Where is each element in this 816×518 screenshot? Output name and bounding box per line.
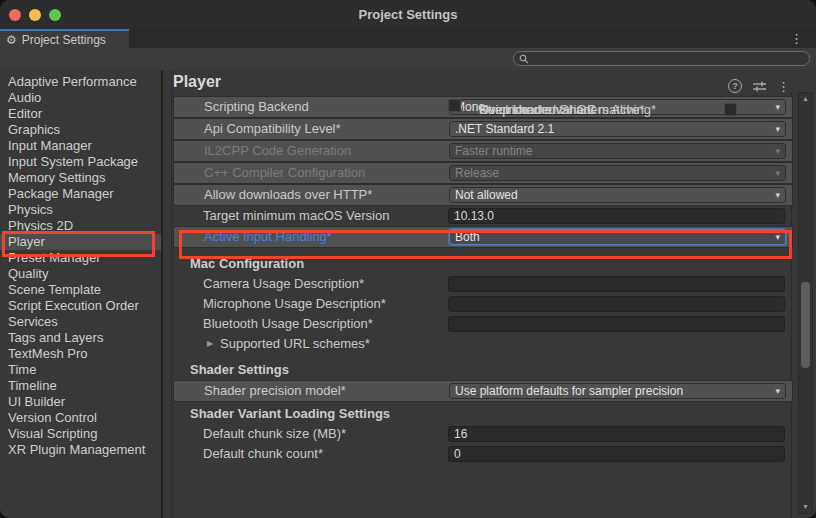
dropdown-value: Not allowed	[455, 188, 518, 202]
sidebar-item-preset-manager[interactable]: Preset Manager	[0, 250, 161, 266]
setting-label: C++ Compiler Configuration	[204, 163, 365, 183]
field-value: 10.13.0	[454, 209, 494, 223]
sidebar-item-package-manager[interactable]: Package Manager	[0, 186, 161, 202]
setting-label: IL2CPP Code Generation	[204, 141, 351, 161]
dropdown-c-compiler-configuration: Release▾	[449, 165, 786, 181]
search-input[interactable]	[532, 53, 782, 65]
setting-label: Override	[479, 100, 529, 120]
zoom-button[interactable]	[49, 9, 61, 21]
dropdown-allow-downloads-over-http[interactable]: Not allowed▾	[449, 187, 786, 203]
sidebar-item-physics[interactable]: Physics	[0, 202, 161, 218]
sidebar-item-ui-builder[interactable]: UI Builder	[0, 394, 161, 410]
panel-header-icons: ? ⋮	[728, 79, 790, 93]
sidebar-item-input-manager[interactable]: Input Manager	[0, 138, 161, 154]
player-settings-panel: Player ? ⋮ Scripting BackendMono▾Api Com…	[163, 70, 816, 518]
sidebar-item-visual-scripting[interactable]: Visual Scripting	[0, 426, 161, 442]
chevron-down-icon: ▾	[775, 100, 780, 114]
checkbox-override[interactable]	[724, 103, 737, 116]
setting-label: Active Input Handling*	[204, 227, 332, 247]
chevron-down-icon: ▾	[775, 166, 780, 180]
tab-kebab-menu-icon[interactable]: ⋮	[790, 30, 803, 47]
sidebar-item-script-execution-order[interactable]: Script Execution Order	[0, 298, 161, 314]
setting-label: Default chunk size (MB)*	[203, 424, 346, 444]
sidebar-item-audio[interactable]: Audio	[0, 90, 161, 106]
text-field-target-minimum-macos-version[interactable]: 10.13.0	[448, 208, 785, 224]
text-field-bluetooth-usage-description[interactable]	[448, 316, 785, 332]
text-field-default-chunk-size-mb[interactable]: 16	[448, 426, 785, 442]
setting-label: Target minimum macOS Version	[203, 206, 389, 226]
sidebar-item-xr-plugin-management[interactable]: XR Plugin Management	[0, 442, 161, 458]
minimize-button[interactable]	[29, 9, 41, 21]
gear-icon: ⚙	[6, 34, 17, 46]
sidebar-item-scene-template[interactable]: Scene Template	[0, 282, 161, 298]
foldout-triangle-icon[interactable]: ▶	[207, 334, 213, 354]
settings-row: Default chunk size (MB)*16	[173, 424, 793, 444]
search-box[interactable]	[513, 51, 810, 66]
dropdown-value: Faster runtime	[455, 144, 532, 158]
sidebar-item-time[interactable]: Time	[0, 362, 161, 378]
scroll-up-icon[interactable]: ▲	[799, 94, 812, 104]
chevron-down-icon: ▾	[775, 384, 780, 398]
scroll-down-icon[interactable]: ▼	[799, 502, 812, 512]
settings-sidebar: Adaptive PerformanceAudioEditorGraphicsI…	[0, 70, 163, 518]
setting-label: Camera Usage Description*	[203, 274, 364, 294]
sidebar-item-input-system-package[interactable]: Input System Package	[0, 154, 161, 170]
dropdown-active-input-handling[interactable]: Both▾	[449, 229, 786, 245]
section-header: Shader Settings	[173, 360, 793, 380]
dropdown-value: Use platform defaults for sampler precis…	[455, 384, 683, 398]
settings-row: Microphone Usage Description*	[173, 294, 793, 314]
section-header: Mac Configuration	[173, 254, 793, 274]
setting-label: Allow downloads over HTTP*	[204, 185, 372, 205]
preset-icon[interactable]	[753, 81, 766, 92]
sidebar-item-tags-and-layers[interactable]: Tags and Layers	[0, 330, 161, 346]
chevron-down-icon: ▾	[775, 188, 780, 202]
project-settings-window: Project Settings ⚙ Project Settings ⋮ Ad…	[0, 0, 816, 518]
panel-indent-line	[171, 70, 172, 518]
sidebar-item-graphics[interactable]: Graphics	[0, 122, 161, 138]
sidebar-item-editor[interactable]: Editor	[0, 106, 161, 122]
dropdown-il2cpp-code-generation: Faster runtime▾	[449, 143, 786, 159]
chevron-down-icon: ▾	[775, 144, 780, 158]
setting-label: Microphone Usage Description*	[203, 294, 386, 314]
settings-row: Api Compatibility Level*.NET Standard 2.…	[173, 118, 793, 140]
settings-row: Allow downloads over HTTP*Not allowed▾	[173, 184, 793, 206]
content-area: Adaptive PerformanceAudioEditorGraphicsI…	[0, 70, 816, 518]
setting-label: Supported URL schemes*	[220, 334, 370, 354]
sidebar-item-adaptive-performance[interactable]: Adaptive Performance	[0, 74, 161, 90]
page-title: Player	[173, 73, 221, 91]
sidebar-item-version-control[interactable]: Version Control	[0, 410, 161, 426]
sidebar-item-textmesh-pro[interactable]: TextMesh Pro	[0, 346, 161, 362]
section-title: Shader Settings	[190, 360, 289, 380]
help-icon[interactable]: ?	[728, 79, 742, 93]
field-value: 0	[454, 447, 461, 461]
setting-label: Shader precision model*	[204, 381, 346, 401]
section-title: Mac Configuration	[190, 254, 304, 274]
search-icon	[519, 54, 529, 64]
tab-project-settings[interactable]: ⚙ Project Settings	[0, 29, 129, 48]
dropdown-api-compatibility-level[interactable]: .NET Standard 2.1▾	[449, 121, 786, 137]
dropdown-shader-precision-model[interactable]: Use platform defaults for sampler precis…	[449, 383, 786, 399]
close-button[interactable]	[9, 9, 21, 21]
tab-bar: ⚙ Project Settings ⋮	[0, 29, 816, 48]
settings-row: IL2CPP Code GenerationFaster runtime▾	[173, 140, 793, 162]
text-field-default-chunk-count[interactable]: 0	[448, 446, 785, 462]
vertical-scrollbar[interactable]: ▲ ▼	[798, 92, 813, 514]
text-field-camera-usage-description[interactable]	[448, 276, 785, 292]
sidebar-item-player[interactable]: Player	[0, 234, 161, 250]
setting-label: Bluetooth Usage Description*	[203, 314, 373, 334]
section-title: Shader Variant Loading Settings	[190, 404, 390, 424]
chevron-down-icon: ▾	[775, 122, 780, 136]
settings-row: ▶Supported URL schemes*	[173, 334, 793, 354]
panel-kebab-menu-icon[interactable]: ⋮	[777, 80, 790, 93]
sidebar-item-services[interactable]: Services	[0, 314, 161, 330]
window-title: Project Settings	[0, 0, 816, 29]
settings-row: Shader precision model*Use platform defa…	[173, 380, 793, 402]
text-field-microphone-usage-description[interactable]	[448, 296, 785, 312]
sidebar-item-memory-settings[interactable]: Memory Settings	[0, 170, 161, 186]
setting-label: Scripting Backend	[204, 97, 309, 117]
scrollbar-thumb[interactable]	[801, 282, 810, 368]
sidebar-item-timeline[interactable]: Timeline	[0, 378, 161, 394]
settings-row: Default chunk count*0	[173, 444, 793, 464]
sidebar-item-quality[interactable]: Quality	[0, 266, 161, 282]
sidebar-item-physics-2d[interactable]: Physics 2D	[0, 218, 161, 234]
